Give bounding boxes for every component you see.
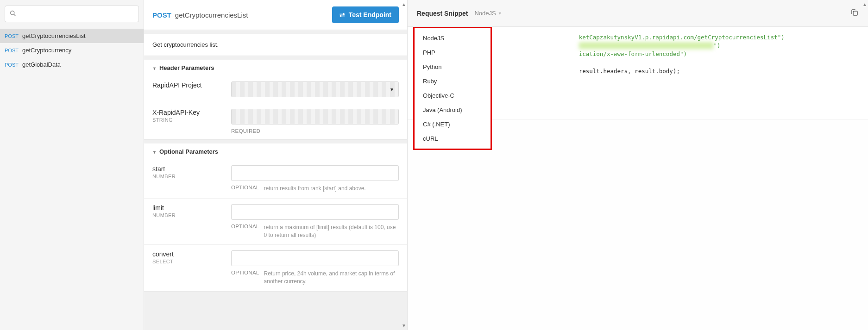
language-option[interactable]: cURL	[415, 131, 491, 146]
endpoint-item-method: POST	[5, 48, 19, 53]
snippet-label: Request Snippet	[417, 10, 468, 17]
param-name: RapidAPI Project	[152, 81, 217, 89]
scroll-up-icon: ▲	[862, 2, 867, 7]
endpoint-item-method: POST	[5, 62, 19, 68]
svg-point-0	[11, 11, 14, 15]
endpoint-method: POST	[152, 11, 171, 19]
param-row: convert SELECT OPTIONALReturn price, 24h…	[144, 244, 407, 291]
optional-params-title[interactable]: Optional Parameters	[144, 143, 407, 160]
optional-params-section: Optional Parameters start NUMBER OPTIONA…	[144, 143, 407, 292]
param-name: convert	[152, 250, 217, 258]
param-input[interactable]	[231, 109, 399, 125]
search-icon	[10, 10, 16, 18]
param-type: SELECT	[152, 259, 217, 264]
test-endpoint-button[interactable]: ⇄ Test Endpoint	[332, 6, 399, 23]
test-button-label: Test Endpoint	[349, 11, 391, 19]
param-input[interactable]	[231, 204, 399, 220]
param-row: start NUMBER OPTIONALreturn results from…	[144, 160, 407, 198]
svg-line-1	[14, 14, 15, 16]
param-type: NUMBER	[152, 212, 217, 218]
param-help: return a maximum of [limit] results (def…	[264, 224, 399, 239]
right-header: Request Snippet NodeJS	[408, 0, 868, 27]
param-badge: REQUIRED	[231, 128, 260, 134]
main-panel: ▲ POST getCryptocurrenciesList ⇄ Test En…	[144, 0, 408, 330]
swap-icon: ⇄	[340, 11, 345, 19]
param-help: Return price, 24h volume, and market cap…	[264, 270, 399, 286]
param-input[interactable]	[231, 165, 399, 181]
param-row: limit NUMBER OPTIONALreturn a maximum of…	[144, 198, 407, 245]
search-input[interactable]	[19, 11, 134, 18]
header-params-title[interactable]: Header Parameters	[144, 60, 407, 76]
endpoint-item-name: getCryptocurrenciesList	[22, 32, 86, 39]
param-row: X-RapidAPI-Key STRING REQUIRED	[144, 103, 407, 139]
param-badge: OPTIONAL	[231, 270, 259, 275]
scroll-up-icon: ▲	[402, 2, 406, 7]
scroll-down-icon: ▼	[402, 323, 406, 328]
endpoint-description: Get cryptocurrencies list.	[144, 34, 407, 56]
param-select[interactable]	[231, 81, 399, 97]
param-badge: OPTIONAL	[231, 185, 259, 190]
endpoint-item[interactable]: POSTgetGlobalData	[0, 57, 144, 72]
header-params-section: Header Parameters RapidAPI Project X-Rap…	[144, 60, 407, 140]
svg-rect-2	[853, 11, 857, 15]
language-selected: NodeJS	[474, 10, 496, 17]
endpoint-item-method: POST	[5, 33, 19, 39]
language-option[interactable]: PHP	[415, 45, 491, 60]
endpoint-item[interactable]: POSTgetCryptocurrenciesList	[0, 29, 144, 43]
sidebar: POSTgetCryptocurrenciesListPOSTgetCrypto…	[0, 0, 144, 330]
param-row: RapidAPI Project	[144, 76, 407, 103]
language-option[interactable]: NodeJS	[415, 31, 491, 45]
copy-icon[interactable]	[850, 8, 859, 18]
main-header: POST getCryptocurrenciesList ⇄ Test Endp…	[144, 0, 407, 30]
endpoint-item-name: getGlobalData	[22, 61, 61, 68]
search-box[interactable]	[5, 6, 139, 22]
param-badge: OPTIONAL	[231, 224, 259, 229]
endpoint-list: POSTgetCryptocurrenciesListPOSTgetCrypto…	[0, 26, 144, 72]
param-help: return results from rank [start] and abo…	[264, 185, 366, 193]
param-name: limit	[152, 204, 217, 212]
language-option[interactable]: C# (.NET)	[415, 117, 491, 131]
language-option[interactable]: Ruby	[415, 74, 491, 88]
endpoint-title: getCryptocurrenciesList	[175, 11, 248, 19]
param-input[interactable]	[231, 250, 399, 266]
param-type: STRING	[152, 117, 217, 123]
language-selector[interactable]: NodeJS	[474, 10, 502, 17]
endpoint-item[interactable]: POSTgetCryptocurrency	[0, 43, 144, 57]
optional-params-list: start NUMBER OPTIONALreturn results from…	[144, 160, 407, 291]
language-option[interactable]: Python	[415, 60, 491, 74]
language-option[interactable]: Java (Android)	[415, 103, 491, 117]
param-type: NUMBER	[152, 174, 217, 179]
param-name: X-RapidAPI-Key	[152, 109, 217, 116]
language-dropdown: NodeJSPHPPythonRubyObjective-CJava (Andr…	[413, 27, 492, 150]
endpoint-item-name: getCryptocurrency	[22, 47, 71, 54]
language-option[interactable]: Objective-C	[415, 88, 491, 103]
header-params-list: RapidAPI Project X-RapidAPI-Key STRING R…	[144, 76, 407, 139]
param-name: start	[152, 165, 217, 173]
